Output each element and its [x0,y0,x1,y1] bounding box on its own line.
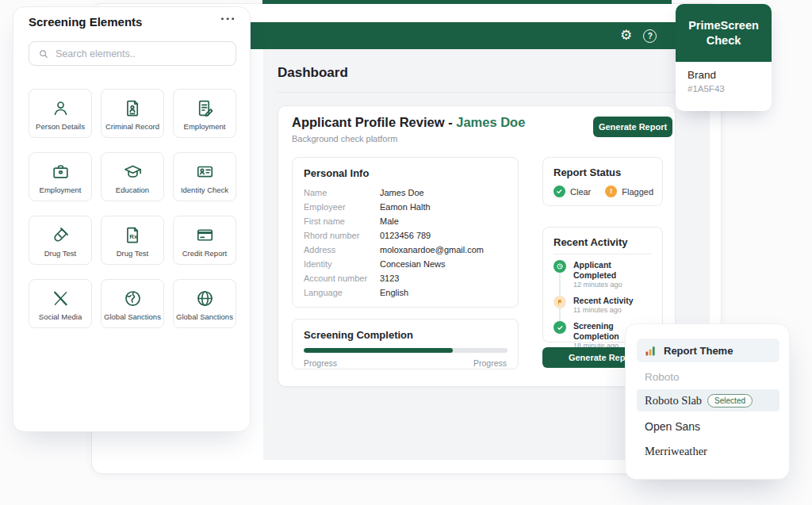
info-row: NameJames Doe [304,186,507,200]
help-icon[interactable]: ? [643,29,657,43]
element-card-global-sanctions-2[interactable]: Global Sanctions [173,279,236,328]
id-card-icon [195,162,215,182]
theme-option-roboto-slab[interactable]: Roboto Slab Selected [637,389,779,411]
search-box [29,41,236,66]
elements-grid: Person Details Criminal Record Employmen… [29,89,236,328]
search-icon [38,48,49,59]
theme-option-roboto[interactable]: Roboto [645,371,680,383]
applicant-subtitle: Background check platform [292,134,397,143]
progress-bar [304,348,508,353]
element-card-global-sanctions[interactable]: Global Sanctions [101,279,164,328]
brand-title: PrimeScreen Check [676,4,772,62]
generate-report-button[interactable]: Generate Report [593,117,672,137]
dashboard-divider [278,92,695,93]
toolbar-icons: ⚙ ? [620,29,657,43]
element-card-criminal-record[interactable]: Criminal Record [101,89,164,138]
rx-document-icon: Rx [123,225,143,245]
globe-continents-icon [123,289,143,308]
report-status-card: Report Status Clear ! Flagged [542,157,663,206]
report-theme-header: Report Theme [637,339,779,362]
brand-card: PrimeScreen Check Brand #1A5F43 [676,4,772,111]
screening-elements-title: Screening Elements [29,15,142,29]
flagged-warning-icon: ! [605,186,617,197]
personal-info-title: Personal Info [304,167,507,179]
info-row: Rhord number0123456 789 [304,228,507,243]
progress-right-label: Progress [473,358,507,368]
theme-option-merriweather[interactable]: Merriweather [645,445,707,458]
element-label: Identity Check [181,186,228,194]
progress-left-label: Progress [304,358,337,368]
status-clear-label: Clear [570,187,591,197]
info-row: Account number3123 [304,271,507,285]
report-status-title: Report Status [553,166,652,178]
globe-grid-icon [195,289,215,308]
search-input[interactable] [56,48,227,59]
status-flagged-label: Flagged [622,187,653,197]
screening-completion-title: Screening Completion [304,329,507,341]
progress-labels: Progress Progress [304,358,507,368]
info-row: LanguageEnglish [304,285,507,300]
element-label: Social Media [39,312,82,321]
bar-chart-icon [645,345,657,357]
criminal-record-icon [123,98,143,118]
applicant-title-prefix: Applicant Profile Review - [292,115,456,129]
screening-completion-card: Screening Completion Progress Progress [292,319,519,369]
check-icon [553,321,566,334]
selected-badge: Selected [707,394,753,407]
progress-fill [304,348,453,353]
element-label: Credit Report [182,249,228,258]
element-card-employment-briefcase[interactable]: Employment [29,152,92,201]
element-card-employment-doc[interactable]: Employment [173,89,236,138]
flag-icon [553,296,566,308]
personal-info-card: Personal Info NameJames Doe EmployeerEam… [292,157,519,308]
element-card-credit-report[interactable]: Credit Report [173,216,236,265]
more-options-icon[interactable]: ··· [220,11,236,27]
test-tube-icon [51,225,71,245]
info-row: EmployeerEamon Halth [304,200,507,214]
applicant-title: Applicant Profile Review - James Doe [292,115,525,130]
element-label: Employment [184,122,226,131]
brand-info: Brand #1A5F43 [676,62,772,101]
element-card-education[interactable]: Education [101,152,164,201]
activity-item: Applicant Completed 12 minutes ago [553,260,652,289]
status-clear: Clear [553,186,591,197]
element-card-drug-test-tube[interactable]: Drug Test [29,216,92,265]
activity-item-time: 12 minutes ago [573,281,652,289]
activity-item: Recent Activity 11 minutes ago [553,296,652,315]
brand-label: Brand [688,69,760,81]
info-row: Addressmoloxanardoe@gmail.com [304,243,507,257]
theme-option-label: Roboto Slab [645,394,702,407]
recent-activity-title: Recent Activity [553,236,652,248]
applicant-name: James Doe [456,115,525,129]
element-card-drug-test-rx[interactable]: Rx Drug Test [101,216,164,265]
activity-item-time: 11 minutes ago [573,306,633,315]
credit-card-icon [195,225,215,245]
element-label: Criminal Record [105,122,159,131]
element-card-social-media[interactable]: Social Media [29,279,92,328]
element-label: Person Details [36,122,85,131]
element-card-person-details[interactable]: Person Details [29,89,92,138]
status-flagged: ! Flagged [605,186,653,197]
window-top-edge [262,0,672,4]
person-icon [51,98,71,118]
element-label: Employment [40,186,82,194]
report-status-row: Clear ! Flagged [553,186,652,197]
document-edit-icon [195,98,215,118]
element-label: Global Sanctions [104,312,161,321]
briefcase-icon [51,162,71,182]
activity-item-title: Recent Activity [573,296,633,306]
element-label: Global Sanctions [176,312,233,321]
x-logo-icon [51,289,71,308]
element-card-identity-check[interactable]: Identity Check [173,152,236,201]
graduation-cap-icon [123,162,143,182]
page-title: Dashboard [278,65,348,81]
element-label: Education [116,186,149,194]
report-theme-popup: Report Theme Roboto Roboto Slab Selected… [625,323,790,480]
element-label: Drug Test [44,249,76,258]
theme-option-open-sans[interactable]: Open Sans [645,420,700,433]
settings-gear-icon[interactable]: ⚙ [620,29,632,43]
clock-icon [553,260,566,273]
svg-text:Rx: Rx [129,232,138,239]
info-row: IdentityConcesian News [304,257,507,271]
clear-check-icon [553,186,565,197]
